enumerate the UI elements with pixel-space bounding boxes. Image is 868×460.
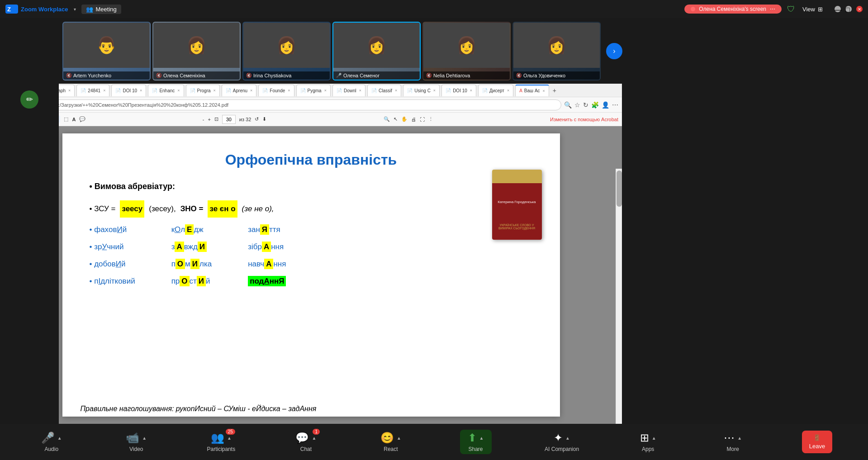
browser-tab[interactable]: 📄 Using C × — [403, 85, 440, 96]
word-item: пОмИлка — [171, 256, 212, 272]
words-col3: занЯття зібрАння навчАння подАннЯ — [248, 222, 286, 289]
more-pdf-button[interactable]: ⋮ — [428, 116, 433, 122]
browser-tab[interactable]: 📄 Enhanc × — [148, 85, 184, 96]
video-icon: 📹 — [126, 432, 139, 444]
meeting-button[interactable]: 👥 Meeting — [81, 5, 121, 14]
page-total: из 32 — [239, 117, 251, 122]
browser-tab[interactable]: 📄 24841 × — [76, 85, 109, 96]
hand-button[interactable]: ✋ — [401, 116, 408, 122]
fit-page-button[interactable]: ⊡ — [214, 116, 218, 122]
share-caret[interactable]: ▲ — [479, 436, 484, 441]
comment-icon[interactable]: 💬 — [79, 116, 85, 122]
chat-icon: 💬 — [295, 432, 309, 444]
fullscreen-button[interactable]: ⛶ — [420, 117, 425, 122]
participant-name: Олена Семенor — [343, 73, 379, 78]
participant-thumb[interactable]: 👩 🔇 Ольга Удовиченко — [512, 22, 601, 81]
scrollbar-thumb[interactable] — [617, 171, 622, 207]
pdf-toolbar: ≡ ↕ ✏ Нарисовать ▾ ⬚ A 💬 - + ⊡ из 32 ↺ ⬇… — [0, 113, 622, 126]
address-bar[interactable]: 🔒 D:/Загрузки/++%20Семенor%20Презентація… — [41, 100, 561, 110]
react-caret[interactable]: ▲ — [397, 436, 401, 441]
browser-tab[interactable]: 📄 Aprenu × — [222, 85, 257, 96]
browser-tab[interactable]: 📄 Founde × — [258, 85, 294, 96]
edit-with-acrobat[interactable]: Изменить с помощью Acrobat — [550, 117, 618, 122]
profile-icon[interactable]: 👤 — [602, 101, 609, 109]
cursor-button[interactable]: ↖ — [394, 116, 398, 122]
zoom-logo-text: Zoom Workplace — [21, 6, 68, 13]
more-caret[interactable]: ▲ — [737, 436, 742, 441]
participant-thumb-active[interactable]: 👩 🎤 Олена Семенor — [332, 22, 421, 81]
share-label: Share — [468, 446, 483, 452]
maximize-button[interactable]: □ — [845, 6, 852, 12]
refresh-icon[interactable]: ↻ — [583, 101, 588, 109]
zoom-logo-icon: Z — [5, 5, 18, 14]
word-item: кОлЕдж — [171, 222, 212, 237]
browser-tab[interactable]: 📄 Pygma × — [296, 85, 331, 96]
more-icon: ⋯ — [724, 432, 735, 444]
apps-button[interactable]: ⊞ ▲ Apps — [632, 432, 664, 452]
page-number-input[interactable] — [222, 115, 236, 124]
browser-tab[interactable]: 📄 Classif × — [367, 85, 401, 96]
video-caret[interactable]: ▲ — [142, 436, 147, 441]
minimize-button[interactable]: — — [835, 6, 841, 12]
annotation-pen-button[interactable]: ✏ — [20, 90, 38, 109]
view-button[interactable]: View ⊞ — [802, 6, 823, 13]
ai-companion-button[interactable]: ✦ ▲ AI Companion — [545, 432, 579, 452]
zoom-in-button[interactable]: + — [208, 117, 210, 122]
react-button[interactable]: 😊 ▲ React — [375, 432, 407, 452]
chat-caret[interactable]: ▲ — [312, 436, 316, 441]
book-mid: Катерина Городенська — [492, 183, 542, 222]
browser-tab[interactable]: 📄 Дисерт × — [478, 85, 513, 96]
shield-icon: 🛡 — [787, 5, 795, 14]
react-icon: 😊 — [380, 432, 394, 444]
ai-caret[interactable]: ▲ — [565, 436, 570, 441]
chevron-down-icon[interactable]: ▾ — [74, 7, 76, 12]
participant-name-bar: 🔇 Irina Chystiakova — [243, 71, 330, 80]
participant-thumb[interactable]: 👨 🔇 Artem Yurchenko — [62, 22, 151, 81]
vertical-scrollbar[interactable] — [616, 169, 622, 424]
participant-thumb[interactable]: 👩 🔇 Irina Chystiakova — [242, 22, 331, 81]
word-item: прОстИй — [171, 274, 212, 289]
search-pdf-button[interactable]: 🔍 — [384, 116, 390, 122]
participant-thumb[interactable]: 👩 🔇 Олена Семеніхіна — [152, 22, 241, 81]
extensions-icon[interactable]: 🧩 — [591, 101, 599, 109]
mic-muted-icon: 🔇 — [156, 73, 161, 78]
next-participant-button[interactable]: › — [606, 43, 622, 59]
share-button[interactable]: ⬆ ▲ Share — [460, 430, 492, 454]
participants-button[interactable]: 👥 25 ▲ Participants — [205, 432, 237, 452]
browser-tab[interactable]: 📄 DOI 10 × — [441, 85, 476, 96]
zoom-out-button[interactable]: - — [203, 117, 204, 122]
pdf-page: Катерина Городенська УКРАЇНСЬКЕ СЛОВО У … — [62, 133, 560, 417]
zoom-logo: Z Zoom Workplace — [5, 5, 68, 14]
audio-caret[interactable]: ▲ — [57, 436, 62, 441]
participant-name: Irina Chystiakova — [253, 73, 291, 78]
close-button[interactable]: ✕ — [856, 6, 863, 12]
video-button[interactable]: 📹 ▲ Video — [120, 432, 152, 452]
rotate-button[interactable]: ↺ — [255, 116, 259, 122]
settings-icon[interactable]: ⋯ — [612, 101, 618, 109]
zoom-browser-icon[interactable]: 🔍 — [564, 101, 572, 109]
browser-tab[interactable]: 📄 Downl × — [332, 85, 365, 96]
new-tab-button[interactable]: + — [551, 87, 558, 94]
chat-button[interactable]: 💬 1 ▲ Chat — [290, 432, 322, 452]
apps-caret[interactable]: ▲ — [652, 436, 656, 441]
participant-thumb[interactable]: 👩 🔇 Nelia Dehtiarova — [422, 22, 511, 81]
participant-name-bar: 🔇 Олена Семеніхіна — [153, 71, 240, 80]
screen-share-indicator: Олена Семеніхіна's screen ⋯ — [684, 5, 782, 14]
pdf-title: Орфоепічна вправність — [90, 152, 533, 168]
download-pdf-button[interactable]: ⬇ — [262, 116, 266, 122]
print-button[interactable]: 🖨 — [411, 117, 416, 122]
more-button[interactable]: ⋯ ▲ More — [717, 432, 749, 452]
browser-tab[interactable]: 📄 Progra × — [186, 85, 220, 96]
leave-button[interactable]: 🚪 Leave — [802, 431, 832, 453]
audio-label: Audio — [44, 446, 58, 452]
browser-toolbar: ← → ↻ 🔒 D:/Загрузки/++%20Семенor%20Презе… — [0, 97, 622, 113]
eraser-icon[interactable]: ⬚ — [64, 116, 68, 122]
ai-icon: ✦ — [554, 432, 563, 444]
text-icon[interactable]: A — [72, 117, 76, 122]
audio-button[interactable]: 🎤 ▲ Audio — [36, 432, 67, 452]
browser-tab-active[interactable]: A Ваш Аc × — [515, 85, 549, 96]
bookmark-icon[interactable]: ☆ — [574, 101, 580, 109]
more-options-icon[interactable]: ⋯ — [770, 6, 775, 12]
participants-caret[interactable]: ▲ — [227, 436, 232, 441]
browser-tab[interactable]: 📄 DOI 10 × — [111, 85, 146, 96]
